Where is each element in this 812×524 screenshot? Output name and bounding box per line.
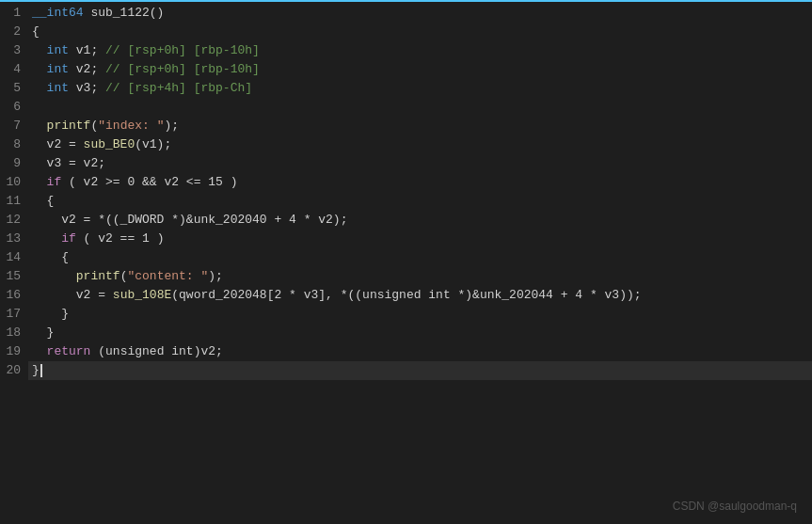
line-content-8: v2 = sub_BE0(v1); xyxy=(28,135,812,154)
text: v2 = xyxy=(32,288,113,302)
code-line-6: 6 xyxy=(0,98,812,117)
text xyxy=(32,119,47,133)
string: "content: " xyxy=(127,269,208,283)
text: (v1); xyxy=(135,137,171,151)
code-line-1: 1 __int64 sub_1122() xyxy=(0,4,812,23)
code-line-18: 18 } xyxy=(0,324,812,342)
code-line-17: 17 } xyxy=(0,305,812,324)
text: v3; xyxy=(69,81,105,95)
line-num-16: 16 xyxy=(0,286,28,305)
line-content-3: int v1; // [rsp+0h] [rbp-10h] xyxy=(28,41,812,60)
line-num-11: 11 xyxy=(0,192,28,211)
text: ( v2 >= 0 && v2 <= 15 ) xyxy=(61,175,237,189)
line-content-1: __int64 sub_1122() xyxy=(28,4,812,23)
keyword: int xyxy=(47,43,69,57)
line-content-11: { xyxy=(28,192,812,211)
code-line-13: 13 if ( v2 == 1 ) xyxy=(0,230,812,248)
code-line-9: 9 v3 = v2; xyxy=(0,154,812,173)
line-content-19: return (unsigned int)v2; xyxy=(28,342,812,361)
code-line-16: 16 v2 = sub_108E(qword_202048[2 * v3], *… xyxy=(0,286,812,305)
line-num-1: 1 xyxy=(0,4,28,23)
text xyxy=(32,62,47,76)
line-content-7: printf("index: "); xyxy=(28,117,812,135)
text: ); xyxy=(164,119,179,133)
line-content-10: if ( v2 >= 0 && v2 <= 15 ) xyxy=(28,173,812,192)
line-content-13: if ( v2 == 1 ) xyxy=(28,230,812,248)
line-num-3: 3 xyxy=(0,41,28,60)
text: ( v2 == 1 ) xyxy=(76,231,165,246)
keyword: return xyxy=(32,344,90,358)
code-line-5: 5 int v3; // [rsp+4h] [rbp-Ch] xyxy=(0,79,812,98)
text: v2 = *((_DWORD *)&unk_202040 + 4 * v2); xyxy=(32,213,347,227)
line-num-20: 20 xyxy=(0,361,28,380)
line-content-4: int v2; // [rsp+0h] [rbp-10h] xyxy=(28,60,812,79)
line-content-5: int v3; // [rsp+4h] [rbp-Ch] xyxy=(28,79,812,98)
editor: 1 __int64 sub_1122() 2 { 3 int v1; // [r… xyxy=(0,0,812,524)
code-line-20: 20 } xyxy=(0,361,812,380)
line-num-17: 17 xyxy=(0,305,28,324)
code-line-19: 19 return (unsigned int)v2; xyxy=(0,342,812,361)
text: v1; xyxy=(69,43,105,57)
code-line-4: 4 int v2; // [rsp+0h] [rbp-10h] xyxy=(0,60,812,79)
code-line-15: 15 printf("content: "); xyxy=(0,267,812,286)
text: (unsigned int)v2; xyxy=(90,344,222,358)
line-content-12: v2 = *((_DWORD *)&unk_202040 + 4 * v2); xyxy=(28,211,812,230)
line-content-16: v2 = sub_108E(qword_202048[2 * v3], *((u… xyxy=(28,286,812,305)
code-line-12: 12 v2 = *((_DWORD *)&unk_202040 + 4 * v2… xyxy=(0,211,812,230)
line-content-18: } xyxy=(28,324,812,342)
line-num-4: 4 xyxy=(0,60,28,79)
line-content-20[interactable]: } xyxy=(28,361,812,380)
text: } xyxy=(32,326,54,340)
text: { xyxy=(32,24,40,39)
watermark: CSDN @saulgoodman-q xyxy=(673,500,797,513)
text: sub_1122() xyxy=(84,6,165,20)
function: sub_BE0 xyxy=(84,137,135,151)
code-line-3: 3 int v1; // [rsp+0h] [rbp-10h] xyxy=(0,41,812,60)
line-num-6: 6 xyxy=(0,98,28,117)
keyword: __int64 xyxy=(32,6,84,20)
text-cursor xyxy=(40,364,42,377)
text: { xyxy=(32,194,54,208)
text: ); xyxy=(208,269,223,283)
line-content-14: { xyxy=(28,248,812,267)
comment: // [rsp+0h] [rbp-10h] xyxy=(105,62,260,76)
code-line-11: 11 { xyxy=(0,192,812,211)
line-num-13: 13 xyxy=(0,230,28,248)
line-num-18: 18 xyxy=(0,324,28,342)
line-num-15: 15 xyxy=(0,267,28,286)
code-line-8: 8 v2 = sub_BE0(v1); xyxy=(0,135,812,154)
line-num-5: 5 xyxy=(0,79,28,98)
line-content-9: v3 = v2; xyxy=(28,154,812,173)
line-num-7: 7 xyxy=(0,117,28,135)
comment: // [rsp+0h] [rbp-10h] xyxy=(105,43,260,57)
text xyxy=(32,81,47,95)
keyword: if xyxy=(32,175,61,189)
code-area: 1 __int64 sub_1122() 2 { 3 int v1; // [r… xyxy=(0,2,812,382)
text xyxy=(32,43,47,57)
keyword: int xyxy=(47,62,69,76)
text: } xyxy=(32,307,69,321)
text: } xyxy=(32,363,40,377)
keyword: if xyxy=(32,231,76,246)
text: v2; xyxy=(69,62,105,76)
text: { xyxy=(32,250,69,264)
comment: // [rsp+4h] [rbp-Ch] xyxy=(105,81,252,95)
code-line-7: 7 printf("index: "); xyxy=(0,117,812,135)
line-content-6 xyxy=(28,98,812,117)
function: sub_108E xyxy=(113,288,171,302)
text: v3 = v2; xyxy=(32,156,105,170)
line-content-17: } xyxy=(28,305,812,324)
keyword: int xyxy=(47,81,69,95)
text: v2 = xyxy=(32,137,84,151)
string: "index: " xyxy=(98,119,164,133)
line-num-19: 19 xyxy=(0,342,28,361)
line-content-2: { xyxy=(28,23,812,41)
line-num-10: 10 xyxy=(0,173,28,192)
line-content-15: printf("content: "); xyxy=(28,267,812,286)
line-num-8: 8 xyxy=(0,135,28,154)
line-num-12: 12 xyxy=(0,211,28,230)
text xyxy=(32,269,76,283)
line-num-9: 9 xyxy=(0,154,28,173)
code-line-14: 14 { xyxy=(0,248,812,267)
text: (qword_202048[2 * v3], *((unsigned int *… xyxy=(171,288,641,302)
